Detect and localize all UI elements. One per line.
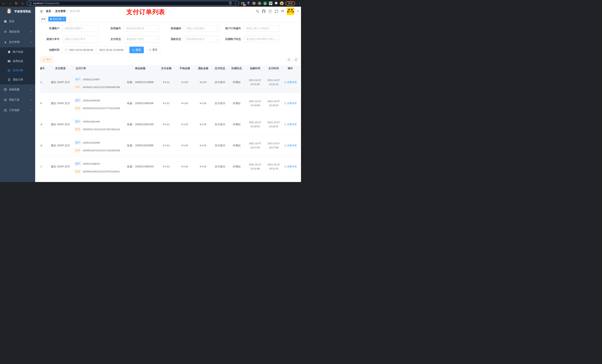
browser-forward-button[interactable]: → bbox=[7, 0, 13, 7]
address-bar[interactable]: localhost:1024/pay/order ☆ bbox=[27, 1, 239, 6]
bookmark-star-icon[interactable]: ☆ bbox=[234, 1, 237, 5]
monitor-icon bbox=[4, 88, 7, 91]
shop-icon bbox=[8, 51, 11, 53]
sidebar-logo[interactable]: 芋道管理系统 bbox=[0, 7, 35, 16]
font-size-icon[interactable]: TT bbox=[281, 10, 284, 13]
product-title: 标题：1635311881439 bbox=[120, 114, 161, 135]
tab-home[interactable]: 首页 bbox=[39, 17, 48, 21]
extensions-puzzle-icon[interactable] bbox=[274, 1, 278, 5]
view-details-link[interactable]: 查看详情 bbox=[284, 102, 297, 105]
channel-order-no: 4200001194202110276752100612 bbox=[83, 170, 120, 173]
chevron-up-icon bbox=[30, 41, 32, 43]
channel-order-no: 4200001173202110272847982104 bbox=[83, 128, 120, 131]
yen-circle-icon bbox=[8, 69, 11, 72]
recorder-extension-icon[interactable] bbox=[258, 1, 261, 5]
browser-update-button[interactable]: 更新 bbox=[285, 1, 295, 6]
actions-cell: 查看详情 bbox=[281, 114, 300, 135]
fullscreen-icon[interactable] bbox=[275, 10, 278, 13]
command-extension-icon[interactable]: ⌘ bbox=[252, 1, 256, 5]
sidebar-item-system[interactable]: ⚙ 系统管理 bbox=[0, 27, 35, 37]
chevron-down-icon bbox=[275, 38, 278, 42]
browser-home-button[interactable]: ⌂ bbox=[20, 0, 25, 7]
search-icon[interactable] bbox=[256, 10, 259, 13]
browser-reload-button[interactable]: ↻ bbox=[14, 0, 19, 7]
sidebar-item-pay-order[interactable]: 支付订单 bbox=[0, 66, 35, 75]
channel-code-select[interactable]: 请输入渠道编码 bbox=[184, 25, 220, 32]
col-header-id: 编号 bbox=[40, 65, 48, 72]
merchant-tag: 商户 bbox=[75, 119, 81, 124]
merchant-order-no: 1635311949168 bbox=[83, 99, 100, 102]
merchant-order-no-input[interactable]: 请输入商户订单编号 bbox=[244, 25, 279, 32]
view-details-link[interactable]: 查看详情 bbox=[284, 81, 297, 84]
sidebar-item-workflow[interactable]: 工作流程 bbox=[0, 105, 35, 115]
tab-pay-order[interactable]: 支付订单 × bbox=[48, 17, 66, 21]
order-id: 18 bbox=[40, 135, 48, 156]
merchant-tag: 商户 bbox=[75, 141, 81, 145]
logo-rabbit-avatar bbox=[6, 8, 12, 15]
refund-status-select[interactable]: 请选择退款状态 bbox=[184, 36, 220, 42]
refresh-button[interactable] bbox=[293, 57, 299, 62]
search-button[interactable]: 搜索 bbox=[129, 47, 144, 53]
emoji-extension-icon[interactable] bbox=[280, 1, 284, 5]
annotation-title: 支付订单列表 bbox=[126, 8, 165, 16]
toggle-search-button[interactable] bbox=[286, 57, 292, 62]
github-icon[interactable] bbox=[262, 10, 266, 13]
site-info-icon[interactable] bbox=[29, 2, 32, 5]
chat-extension-icon[interactable] bbox=[269, 1, 272, 5]
sidebar-item-home[interactable]: 首页 bbox=[0, 16, 35, 27]
url-text: localhost:1024/pay/order bbox=[33, 2, 59, 5]
breadcrumb-current: 支付订单 bbox=[70, 10, 80, 13]
sidebar-item-refund-order[interactable]: 退款订单 bbox=[0, 75, 35, 84]
view-details-link[interactable]: 查看详情 bbox=[284, 144, 297, 147]
browser-back-button[interactable]: ← bbox=[1, 0, 6, 7]
order-id: 21 bbox=[40, 72, 48, 93]
channel-order-no-input[interactable]: 请输入渠道订单号 bbox=[62, 36, 99, 42]
table-row: 17 微信 JSAPI 支付 商户 1635311468233 支付 42000… bbox=[40, 156, 300, 177]
share-icon[interactable] bbox=[229, 1, 232, 5]
help-icon[interactable]: ? bbox=[269, 10, 272, 13]
pay-status-select[interactable]: 请选择支付状态 bbox=[124, 36, 159, 42]
app-select[interactable]: 请选择应用信息 bbox=[124, 25, 159, 32]
actions-cell: 查看详情 bbox=[281, 72, 300, 93]
proxy-extension-icon[interactable]: 10 bbox=[241, 1, 245, 5]
sidebar-item-merchant-info[interactable]: 商户信息 bbox=[0, 47, 35, 57]
tab-close-icon[interactable]: × bbox=[63, 18, 64, 20]
y-extension-icon[interactable]: y bbox=[263, 1, 267, 5]
grid-icon bbox=[8, 60, 11, 63]
sidebar-item-infra[interactable]: 基础设施 bbox=[0, 84, 35, 95]
sidebar-item-devtools[interactable]: 研发工具 bbox=[0, 95, 35, 105]
breadcrumb: 首页 / 支付管理 / 支付订单 bbox=[46, 7, 80, 16]
reset-button[interactable]: 重置 bbox=[146, 47, 160, 53]
sidebar: 芋道管理系统 首页 ⚙ 系统管理 ¥ 支付管理 bbox=[0, 7, 35, 182]
sidebar-item-payment[interactable]: ¥ 支付管理 bbox=[0, 37, 35, 47]
export-button[interactable]: 导出 bbox=[40, 57, 53, 62]
merchant-tag: 商户 bbox=[75, 77, 81, 81]
sidebar-item-app-info[interactable]: 应用信息 bbox=[0, 57, 35, 66]
user-avatar[interactable] bbox=[287, 8, 294, 15]
chevron-down-icon bbox=[155, 38, 158, 42]
balloon-extension-icon[interactable] bbox=[247, 1, 250, 5]
view-details-link[interactable]: 查看详情 bbox=[284, 123, 297, 126]
field-label: 商户订单编号 bbox=[220, 27, 244, 30]
view-details-link[interactable]: 查看详情 bbox=[284, 165, 297, 168]
col-header-pay-order: 支付订单 bbox=[75, 65, 113, 72]
merchant-select[interactable]: 请选择所属商户 bbox=[62, 25, 99, 32]
table-row: 商户 1635311251736 bbox=[40, 177, 300, 182]
callback-status-select[interactable]: 请选择订单回调商户状态 bbox=[244, 36, 279, 42]
table-row: 20 微信 JSAPI 支付 商户 1635311949168 支付 42000… bbox=[40, 93, 300, 114]
actions-cell: 查看详情 bbox=[281, 93, 300, 114]
browser-menu-icon[interactable]: ⋮ bbox=[298, 2, 301, 5]
pay-channel bbox=[49, 177, 72, 182]
breadcrumb-home[interactable]: 首页 bbox=[46, 10, 51, 13]
field-label: 创建时间 bbox=[40, 48, 62, 52]
field-label: 所属商户 bbox=[40, 27, 62, 30]
order-table: 编号 支付渠道 支付订单 商品标题 支付金额 手续金额 退款金额 支付状态 回调… bbox=[40, 65, 300, 182]
create-time-range-input[interactable]: 2021-10-01 00:00:00 - 2021-10-31 23:59:5… bbox=[62, 47, 127, 53]
sidebar-toggle-icon[interactable] bbox=[39, 10, 43, 14]
table-row: 19 微信 JSAPI 支付 商户 1635311881440 支付 42000… bbox=[40, 114, 300, 135]
pay-tag: 支付 bbox=[75, 148, 81, 152]
channel-order-no: 4200001167202110271022491439 bbox=[83, 149, 120, 152]
clock-icon bbox=[65, 49, 68, 52]
breadcrumb-payment[interactable]: 支付管理 bbox=[55, 10, 65, 13]
avatar-caret-icon[interactable] bbox=[297, 11, 299, 12]
